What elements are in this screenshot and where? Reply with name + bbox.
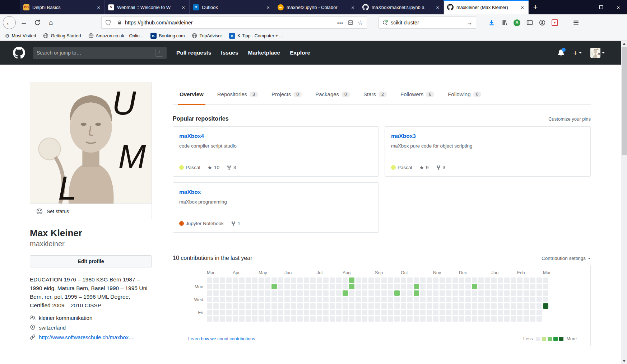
contribution-cell[interactable] xyxy=(356,277,361,283)
library-icon[interactable] xyxy=(501,19,507,26)
menu-hamburger-icon[interactable] xyxy=(573,19,579,26)
forward-button[interactable]: → xyxy=(18,17,29,28)
contribution-cell[interactable] xyxy=(537,303,542,309)
contribution-cell[interactable] xyxy=(537,284,542,289)
contribution-cell[interactable] xyxy=(414,316,419,322)
contribution-cell[interactable] xyxy=(472,277,477,283)
contribution-cell[interactable] xyxy=(401,284,406,289)
contribution-cell[interactable] xyxy=(446,277,451,283)
contribution-cell[interactable] xyxy=(330,316,335,322)
contribution-cell[interactable] xyxy=(239,303,245,309)
contribution-cell[interactable] xyxy=(207,310,212,315)
contribution-cell[interactable] xyxy=(291,284,296,289)
contribution-cell[interactable] xyxy=(259,297,264,302)
contribution-cell[interactable] xyxy=(259,303,264,309)
contribution-cell[interactable] xyxy=(517,316,522,322)
contribution-cell[interactable] xyxy=(465,290,471,296)
contribution-cell[interactable] xyxy=(368,303,374,309)
contribution-cell[interactable] xyxy=(388,310,393,315)
extension-icon[interactable]: ▼ xyxy=(552,19,558,26)
search-go-icon[interactable]: → xyxy=(466,19,473,27)
contribution-cell[interactable] xyxy=(394,316,400,322)
contribution-cell[interactable] xyxy=(375,297,380,302)
contribution-cell[interactable] xyxy=(336,297,342,302)
contribution-cell[interactable] xyxy=(239,277,245,283)
contribution-cell[interactable] xyxy=(504,310,510,315)
contribution-cell[interactable] xyxy=(427,277,432,283)
contribution-cell[interactable] xyxy=(246,310,251,315)
sidebar-toggle-icon[interactable] xyxy=(526,19,533,26)
contribution-cell[interactable] xyxy=(349,303,354,309)
contribution-cell[interactable] xyxy=(323,310,329,315)
repo-name-link[interactable]: maXbox3 xyxy=(391,133,584,139)
contribution-cell[interactable] xyxy=(233,284,238,289)
contribution-cell[interactable] xyxy=(530,303,535,309)
contribution-cell[interactable] xyxy=(530,297,535,302)
contribution-cell[interactable] xyxy=(265,290,270,296)
contribution-cell[interactable] xyxy=(452,277,458,283)
contribution-cell[interactable] xyxy=(478,303,484,309)
contribution-cell[interactable] xyxy=(452,290,458,296)
contribution-cell[interactable] xyxy=(336,310,342,315)
contribution-cell[interactable] xyxy=(356,310,361,315)
contribution-cell[interactable] xyxy=(246,303,251,309)
tracking-protection-shield-icon[interactable] xyxy=(105,20,111,25)
scroll-up-arrow[interactable] xyxy=(621,41,627,47)
contribution-cell[interactable] xyxy=(278,297,283,302)
create-new-menu[interactable]: + xyxy=(573,49,582,57)
contribution-cell[interactable] xyxy=(246,284,251,289)
contribution-cell[interactable] xyxy=(317,316,322,322)
search-input[interactable] xyxy=(391,20,464,25)
contribution-cell[interactable] xyxy=(265,277,270,283)
profile-tab[interactable]: Stars 2 xyxy=(357,82,394,104)
contribution-cell[interactable] xyxy=(524,297,529,302)
notifications-button[interactable] xyxy=(558,50,565,56)
contribution-cell[interactable] xyxy=(291,310,296,315)
contribution-cell[interactable] xyxy=(485,310,490,315)
contribution-cell[interactable] xyxy=(349,277,354,283)
contribution-cell[interactable] xyxy=(239,297,245,302)
contribution-cell[interactable] xyxy=(414,284,419,289)
contribution-cell[interactable] xyxy=(381,297,387,302)
account-icon[interactable] xyxy=(539,19,545,26)
contribution-cell[interactable] xyxy=(381,277,387,283)
contribution-cell[interactable] xyxy=(304,310,309,315)
contribution-cell[interactable] xyxy=(233,316,238,322)
contribution-cell[interactable] xyxy=(420,284,426,289)
contribution-cell[interactable] xyxy=(491,303,497,309)
contribution-cell[interactable] xyxy=(452,316,458,322)
contribution-cell[interactable] xyxy=(524,290,529,296)
contribution-cell[interactable] xyxy=(465,303,471,309)
contribution-cell[interactable] xyxy=(407,303,413,309)
contribution-cell[interactable] xyxy=(537,290,542,296)
contribution-cell[interactable] xyxy=(213,284,219,289)
contribution-cell[interactable] xyxy=(220,297,225,302)
contribution-cell[interactable] xyxy=(465,277,471,283)
contribution-cell[interactable] xyxy=(537,277,542,283)
contribution-cell[interactable] xyxy=(465,297,471,302)
contribution-cell[interactable] xyxy=(343,310,348,315)
contribution-cell[interactable] xyxy=(485,284,490,289)
contribution-cell[interactable] xyxy=(213,277,219,283)
contribution-cell[interactable] xyxy=(220,290,225,296)
contribution-cell[interactable] xyxy=(368,284,374,289)
contribution-cell[interactable] xyxy=(407,290,413,296)
contribution-cell[interactable] xyxy=(362,297,367,302)
contribution-cell[interactable] xyxy=(504,290,510,296)
contribution-cell[interactable] xyxy=(459,290,464,296)
contribution-cell[interactable] xyxy=(297,290,303,296)
contribution-cell[interactable] xyxy=(478,297,484,302)
contribution-cell[interactable] xyxy=(304,290,309,296)
contribution-cell[interactable] xyxy=(343,316,348,322)
contribution-cell[interactable] xyxy=(226,284,232,289)
contribution-cell[interactable] xyxy=(537,297,542,302)
contribution-cell[interactable] xyxy=(336,284,342,289)
contribution-cell[interactable] xyxy=(459,284,464,289)
contribution-cell[interactable] xyxy=(330,303,335,309)
contribution-cell[interactable] xyxy=(504,316,510,322)
contribution-cell[interactable] xyxy=(349,284,354,289)
contribution-cell[interactable] xyxy=(530,277,535,283)
contribution-cell[interactable] xyxy=(388,297,393,302)
contribution-cell[interactable] xyxy=(478,290,484,296)
contribution-cell[interactable] xyxy=(233,310,238,315)
